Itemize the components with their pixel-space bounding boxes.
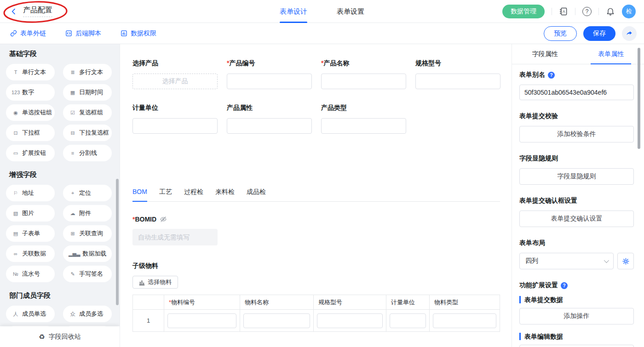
share-arrow-icon (626, 30, 633, 37)
field-product-type[interactable]: 产品类型 (321, 104, 406, 134)
extend-button-icon: ▭ (12, 150, 20, 156)
help-badge-icon[interactable]: ? (561, 282, 568, 289)
layout-settings-button[interactable] (617, 253, 634, 269)
field-item-subform[interactable]: ▤子表单 (6, 225, 55, 242)
field-unit[interactable]: 计量单位 (132, 104, 218, 134)
unit-input[interactable] (132, 118, 218, 134)
page-title[interactable]: 产品配置 (23, 6, 52, 17)
extension-settings-label: 功能扩展设置 ? (519, 281, 634, 290)
tab-field-properties[interactable]: 字段属性 (512, 44, 578, 64)
visibility-rules-label: 字段显隐规则 (519, 154, 634, 163)
data-manage-button[interactable]: 数据管理 (502, 5, 545, 18)
field-select-product[interactable]: 选择产品 选择产品 (132, 59, 218, 89)
backend-script-label: 后端脚本 (75, 29, 101, 38)
avatar[interactable]: 检 (622, 5, 636, 18)
field-item-multi-select[interactable]: ⊟下拉复选框 (63, 125, 112, 141)
form-toolbar: 表单外链 后端脚本 数据权限 预览 保存 (0, 23, 644, 44)
material-spec-input[interactable] (317, 313, 383, 328)
spec-model-input[interactable] (415, 74, 500, 89)
product-attr-input[interactable] (227, 118, 312, 134)
properties-tabs: 字段属性 表单属性 (512, 44, 644, 64)
select-material-button[interactable]: 选择物料 (132, 276, 178, 289)
calendar-icon: ▦ (69, 90, 77, 96)
tab-form-settings[interactable]: 表单设置 (337, 0, 364, 23)
sidebar-scrollbar[interactable] (116, 179, 119, 305)
field-item-member-single[interactable]: 人成员单选 (6, 306, 55, 322)
tab-form-design[interactable]: 表单设计 (280, 0, 307, 23)
preview-button[interactable]: 预览 (544, 26, 577, 41)
share-button[interactable] (622, 26, 637, 41)
material-type-input[interactable] (433, 313, 496, 328)
add-submit-action-button[interactable]: 添加操作 (519, 308, 634, 324)
field-product-code[interactable]: *产品编号 (227, 59, 312, 89)
field-item-radio-group[interactable]: ◉单选按钮组 (6, 104, 55, 121)
visibility-rules-button[interactable]: 字段显隐规则 (519, 168, 634, 185)
field-item-number[interactable]: 123数字 (6, 84, 55, 101)
field-item-signature[interactable]: ✎手写签名 (63, 266, 112, 282)
material-table-row: 1 (133, 310, 500, 332)
material-table-header: *物料编号 物料名称 规格型号 计量单位 物料类型 (133, 295, 500, 310)
detail-tabs: BOM 工艺 过程检 来料检 成品检 (132, 188, 500, 202)
select-product-picker[interactable]: 选择产品 (132, 74, 218, 89)
form-external-link[interactable]: 表单外链 (10, 29, 46, 38)
divider (552, 8, 552, 15)
back-icon[interactable] (10, 8, 17, 15)
image-icon: ▧ (12, 210, 20, 216)
field-item-image[interactable]: ▧图片 (6, 205, 55, 222)
field-item-serial-number[interactable]: №流水号 (6, 266, 55, 282)
col-spec-model: 规格型号 (314, 295, 386, 310)
material-unit-input[interactable] (390, 313, 426, 328)
field-item-datetime[interactable]: ▦日期时间 (63, 84, 112, 101)
product-name-input[interactable] (321, 74, 406, 89)
product-code-input[interactable] (227, 74, 312, 89)
field-recycle-bin[interactable]: ♻ 字段回收站 (0, 326, 120, 347)
toolbar-actions: 预览 保存 (544, 26, 637, 41)
field-item-attachment[interactable]: ☁附件 (63, 205, 112, 222)
field-product-name[interactable]: *产品名称 (321, 59, 406, 89)
tab-incoming-inspection[interactable]: 来料检 (215, 188, 235, 201)
field-item-divider[interactable]: ≡分割线 (63, 145, 112, 161)
form-alias-input[interactable] (519, 85, 634, 100)
field-item-data-load[interactable]: ▂▅▃数据加载 (63, 245, 112, 262)
contacts-book-icon[interactable]: A (559, 7, 568, 16)
help-icon[interactable]: ? (582, 7, 592, 16)
material-name-input[interactable] (243, 313, 310, 328)
properties-panel: 字段属性 表单属性 表单别名 ? 表单提交校验 添加校验条件 字段显隐规则 字段… (512, 44, 644, 347)
select-icon: ⊡ (12, 130, 20, 136)
field-item-single-line-text[interactable]: T单行文本 (6, 64, 55, 80)
submit-confirm-button[interactable]: 表单提交确认设置 (519, 210, 634, 227)
add-edit-action-button[interactable]: 添加操作 (519, 345, 634, 347)
tab-form-properties[interactable]: 表单属性 (578, 44, 644, 64)
data-permission-link[interactable]: 数据权限 (121, 29, 156, 38)
bomid-input[interactable] (132, 229, 218, 245)
field-item-multi-line-text[interactable]: ≣多行文本 (63, 64, 112, 80)
field-spec-model[interactable]: 规格型号 (415, 59, 500, 89)
field-product-attr[interactable]: 产品属性 (227, 104, 312, 134)
submit-confirm-label: 表单提交确认框设置 (519, 197, 634, 205)
product-type-input[interactable] (321, 118, 406, 134)
material-code-input[interactable] (167, 313, 236, 328)
notification-bell-icon[interactable] (606, 7, 615, 16)
save-button[interactable]: 保存 (583, 26, 615, 41)
field-item-linked-data[interactable]: ∞关联数据 (6, 245, 55, 262)
field-item-checkbox-group[interactable]: ☑复选框组 (63, 104, 112, 121)
backend-script-link[interactable]: 后端脚本 (65, 29, 101, 38)
panel-scrollbar[interactable] (638, 48, 640, 149)
help-badge-icon[interactable]: ? (548, 72, 555, 79)
field-item-extend-button[interactable]: ▭扩展按钮 (6, 145, 55, 161)
tab-process[interactable]: 工艺 (159, 188, 172, 201)
tab-bom[interactable]: BOM (132, 188, 147, 202)
tab-process-inspection[interactable]: 过程检 (184, 188, 203, 201)
tab-finished-inspection[interactable]: 成品检 (247, 188, 266, 201)
header: 产品配置 表单设计 表单设置 数据管理 A ? 检 (0, 0, 644, 23)
section-title-member-fields: 部门成员字段 (9, 291, 120, 300)
add-validation-button[interactable]: 添加校验条件 (519, 126, 634, 142)
form-layout-label: 表单布局 (519, 239, 634, 247)
field-item-address[interactable]: ⚐地址 (6, 185, 55, 201)
layout-select[interactable]: 四列 (519, 253, 614, 269)
field-item-locate[interactable]: ⌖定位 (63, 185, 112, 201)
field-item-member-multi[interactable]: 众成员多选 (63, 306, 112, 322)
field-item-select[interactable]: ⊡下拉框 (6, 125, 55, 141)
multi-select-icon: ⊟ (69, 130, 77, 136)
field-item-linked-query[interactable]: ⊞关联查询 (63, 225, 112, 242)
